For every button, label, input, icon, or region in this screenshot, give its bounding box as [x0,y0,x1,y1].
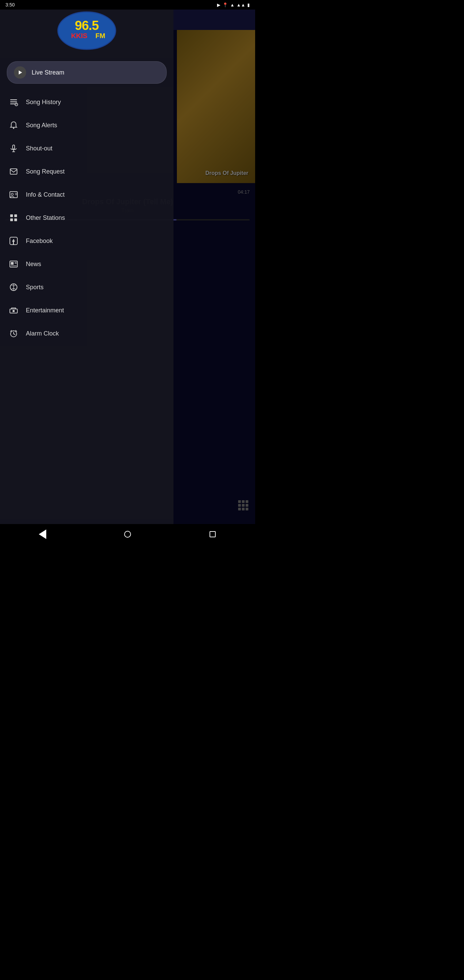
svg-rect-6 [10,102,17,102]
recents-button[interactable] [202,527,223,541]
svg-rect-23 [14,218,17,221]
menu-item-shout-out[interactable]: Shout-out [0,137,173,160]
song-history-icon [8,97,19,108]
svg-line-36 [14,334,15,334]
record-icon: ▶ [217,2,221,8]
news-label: News [26,261,41,268]
menu-item-song-alerts[interactable]: Song Alerts [0,114,173,137]
sports-label: Sports [26,284,43,291]
status-time: 3:50 [5,2,14,8]
menu-item-alarm-clock[interactable]: Alarm Clock [0,322,173,345]
battery-icon: ▮ [247,2,250,8]
menu-item-facebook[interactable]: Facebook [0,229,173,253]
info-contact-icon [8,189,19,200]
station-logo: 96.5 KKIS FM [56,10,118,51]
svg-point-17 [11,193,13,195]
svg-rect-15 [10,169,17,174]
menu-item-song-history[interactable]: Song History [0,91,173,114]
song-alerts-label: Song Alerts [26,122,57,129]
facebook-icon [8,235,19,247]
svg-rect-33 [13,310,14,312]
svg-rect-21 [14,215,17,217]
live-stream-button[interactable]: Live Stream [7,61,167,84]
news-icon [8,259,19,269]
menu-item-entertainment[interactable]: Entertainment [0,299,173,322]
other-stations-label: Other Stations [26,215,65,221]
wifi-icon: ▲▲ [237,2,245,8]
alarm-clock-label: Alarm Clock [26,330,59,337]
back-icon [39,530,46,539]
song-alerts-icon [8,120,19,130]
song-history-label: Song History [26,99,61,106]
bottom-navigation [0,524,255,544]
menu-item-sports[interactable]: Sports [0,275,173,299]
svg-text:KKIS: KKIS [71,32,87,40]
live-stream-label: Live Stream [32,69,64,76]
home-button[interactable] [118,527,138,541]
menu-list: Song History Song Alerts S [0,87,173,544]
other-stations-icon [8,212,19,223]
facebook-label: Facebook [26,237,53,245]
play-triangle-icon [17,70,23,75]
back-button[interactable] [32,527,53,541]
signal-icon: ▲ [230,2,234,8]
location-icon: 📍 [222,2,228,8]
menu-item-other-stations[interactable]: Other Stations [0,206,173,229]
shout-out-icon [8,143,19,154]
entertainment-icon [8,305,19,316]
menu-item-song-request[interactable]: Song Request [0,160,173,183]
shout-out-label: Shout-out [26,145,52,152]
svg-point-11 [13,127,14,129]
alarm-clock-icon [8,328,19,339]
status-icons: ▶ 📍 ▲ ▲▲ ▮ [217,2,250,8]
svg-rect-7 [10,103,15,105]
svg-text:96.5: 96.5 [75,18,99,33]
entertainment-label: Entertainment [26,307,64,314]
svg-rect-22 [10,218,13,221]
play-icon [14,66,26,79]
svg-marker-4 [19,70,22,75]
svg-rect-26 [11,262,14,265]
svg-text:FM: FM [95,32,105,40]
song-request-label: Song Request [26,168,65,175]
recents-icon [210,531,216,537]
sports-icon [8,282,19,293]
info-contact-label: Info & Contact [26,191,65,198]
home-icon [124,531,131,538]
song-request-icon [8,166,19,177]
svg-rect-20 [10,215,13,217]
navigation-drawer: 96.5 KKIS FM Live Stream [0,0,173,544]
svg-rect-12 [13,145,14,149]
menu-item-news[interactable]: News [0,253,173,275]
svg-rect-5 [10,99,17,100]
menu-item-info-contact[interactable]: Info & Contact [0,183,173,206]
status-bar: 3:50 ▶ 📍 ▲ ▲▲ ▮ [0,0,255,10]
